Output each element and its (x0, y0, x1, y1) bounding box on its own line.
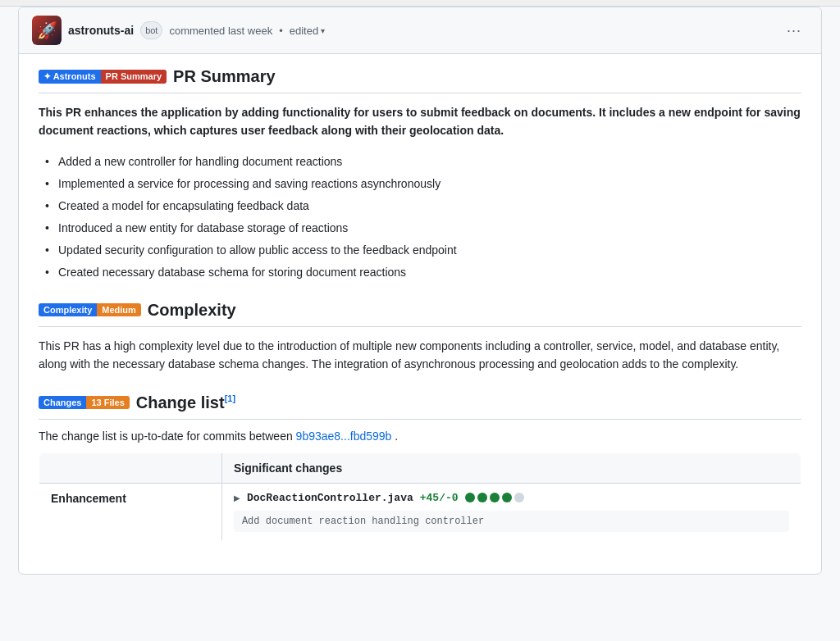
commit-range-link[interactable]: 9b93ae8...fbd599b (296, 430, 392, 443)
dot-3 (490, 493, 500, 502)
dot-1 (465, 493, 475, 502)
comment-time: commented last week (169, 25, 272, 37)
badge-pr-summary: PR Summary (101, 70, 167, 84)
col-changes-header: Significant changes (221, 452, 801, 483)
complexity-heading: Complexity Medium Complexity (39, 301, 801, 327)
commit-range-text: The change list is up-to-date for commit… (39, 430, 801, 443)
table-cell-category: Enhancement (39, 483, 222, 540)
pr-summary-heading: ✦ Astronuts PR Summary PR Summary (39, 67, 801, 93)
table-cell-files: ▶ DocReactionController.java +45/-0 (221, 483, 801, 540)
edited-label: edited (290, 25, 318, 37)
change-list-heading: Changes 13 Files Change list[1] (39, 393, 801, 420)
table-header-row: Significant changes (39, 452, 801, 483)
file-name: DocReactionController.java (247, 492, 413, 504)
complexity-title: Complexity (148, 301, 236, 320)
edited-button[interactable]: edited ▾ (290, 25, 325, 37)
author-name: astronuts-ai (68, 24, 134, 37)
comment-body: ✦ Astronuts PR Summary PR Summary This P… (19, 54, 821, 574)
bot-badge: bot (140, 21, 162, 39)
change-list-footnote-link[interactable]: [1] (225, 393, 235, 403)
complexity-dots (465, 493, 524, 502)
commit-range-label: The change list is up-to-date for commit… (39, 430, 293, 443)
badge-changes-right: 13 Files (86, 396, 129, 409)
badge-changes-left: Changes (39, 396, 86, 409)
comment-container: 🚀 astronuts-ai bot commented last week •… (18, 7, 822, 575)
col-category-header (39, 452, 222, 483)
list-item: Updated security configuration to allow … (45, 242, 801, 259)
category-label: Enhancement (51, 492, 126, 505)
dot-5 (514, 493, 524, 502)
pr-summary-bold-text: This PR enhances the application by addi… (39, 103, 801, 140)
dot-separator: • (279, 25, 283, 37)
header-right: ··· (780, 22, 808, 39)
list-item: Implemented a service for processing and… (45, 175, 801, 193)
more-options-button[interactable]: ··· (780, 19, 808, 42)
list-item: Introduced a new entity for database sto… (45, 220, 801, 237)
avatar-image: 🚀 (32, 16, 62, 45)
pr-summary-bullets: Added a new controller for handling docu… (39, 153, 801, 281)
badge-complexity-left: Complexity (39, 303, 97, 316)
commit-range-after: . (395, 430, 398, 443)
dot-4 (502, 493, 512, 502)
change-table: Significant changes Enhancement ▶ DocRea… (39, 452, 801, 541)
chevron-down-icon: ▾ (321, 26, 325, 35)
triangle-icon: ▶ (234, 493, 240, 502)
complexity-section: Complexity Medium Complexity This PR has… (39, 301, 801, 374)
complexity-badge: Complexity Medium (39, 303, 141, 316)
file-description: Add document reaction handling controlle… (234, 511, 789, 532)
pr-summary-section: ✦ Astronuts PR Summary PR Summary This P… (39, 67, 801, 281)
avatar: 🚀 (32, 16, 62, 45)
list-item: Created necessary database schema for st… (45, 264, 801, 281)
list-item: Added a new controller for handling docu… (45, 153, 801, 170)
list-item: Created a model for encapsulating feedba… (45, 198, 801, 215)
complexity-body: This PR has a high complexity level due … (39, 337, 801, 374)
changes-badge: Changes 13 Files (39, 396, 130, 409)
pr-summary-title: PR Summary (173, 67, 276, 86)
change-list-label: Change list (136, 393, 225, 411)
change-list-title: Change list[1] (136, 393, 235, 412)
diff-badge: +45/-0 (420, 492, 459, 504)
change-list-section: Changes 13 Files Change list[1] The chan… (39, 393, 801, 541)
comment-header: 🚀 astronuts-ai bot commented last week •… (19, 7, 821, 54)
table-row: Enhancement ▶ DocReactionController.java… (39, 483, 801, 540)
badge-complexity-right: Medium (97, 303, 141, 316)
dot-2 (477, 493, 487, 502)
badge-astronuts: ✦ Astronuts (39, 70, 101, 84)
pr-summary-badge: ✦ Astronuts PR Summary (39, 70, 167, 84)
file-change-row: ▶ DocReactionController.java +45/-0 (234, 492, 789, 504)
header-left: 🚀 astronuts-ai bot commented last week •… (32, 16, 325, 45)
